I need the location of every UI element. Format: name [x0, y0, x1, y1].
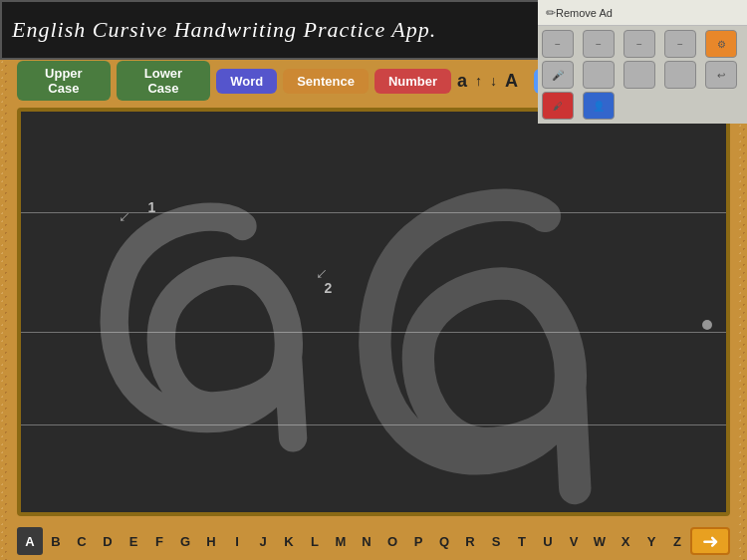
alphabet-letter-g[interactable]: G	[172, 527, 198, 555]
chalkboard[interactable]: 1 2 ↑ ↑	[17, 108, 730, 516]
alphabet-letter-r[interactable]: R	[457, 527, 483, 555]
case-down-arrow: ↓	[490, 73, 497, 89]
case-a-lower: a	[457, 71, 467, 92]
stroke-1-label: 1	[147, 199, 155, 215]
dot-indicator	[702, 320, 712, 330]
alphabet-letter-f[interactable]: F	[146, 527, 172, 555]
icon-btn6[interactable]	[583, 61, 615, 89]
icon-minus-3[interactable]: −	[623, 30, 655, 58]
alphabet-letters: ABCDEFGHIJKLMNOPQRSTUVWXYZ	[17, 527, 690, 555]
alphabet-letter-j[interactable]: J	[250, 527, 276, 555]
case-up-arrow: ↑	[475, 73, 482, 89]
icon-btn8[interactable]	[664, 61, 696, 89]
remove-ad-bar: ✏ Remove Ad	[538, 0, 747, 26]
remove-ad-button[interactable]: Remove Ad	[556, 7, 613, 19]
chalkboard-wrapper: 1 2 ↑ ↑	[9, 102, 738, 522]
number-button[interactable]: Number	[374, 69, 451, 94]
alphabet-letter-s[interactable]: S	[483, 527, 509, 555]
cork-left	[0, 60, 9, 560]
icon-settings[interactable]: ⚙	[705, 30, 737, 58]
alphabet-letter-o[interactable]: O	[379, 527, 405, 555]
alphabet-letter-n[interactable]: N	[354, 527, 379, 555]
icon-minus-1[interactable]: −	[542, 30, 574, 58]
alphabet-letter-c[interactable]: C	[69, 527, 95, 555]
alphabet-letter-a[interactable]: A	[17, 527, 43, 555]
case-A-upper: A	[505, 71, 518, 92]
alphabet-letter-w[interactable]: W	[587, 527, 613, 555]
alphabet-letter-m[interactable]: M	[328, 527, 354, 555]
center-content: Upper Case Lower Case Word Sentence Numb…	[9, 60, 738, 560]
upper-case-button[interactable]: Upper Case	[17, 61, 111, 101]
alphabet-letter-h[interactable]: H	[198, 527, 224, 555]
alphabet-bar: ABCDEFGHIJKLMNOPQRSTUVWXYZ ➜	[9, 522, 738, 560]
cork-right	[738, 60, 747, 560]
main-wrapper: Upper Case Lower Case Word Sentence Numb…	[0, 60, 747, 560]
alphabet-letter-y[interactable]: Y	[638, 527, 664, 555]
sentence-button[interactable]: Sentence	[283, 69, 369, 94]
alphabet-letter-u[interactable]: U	[535, 527, 561, 555]
chalk-line-bot	[21, 424, 726, 425]
alphabet-letter-z[interactable]: Z	[664, 527, 690, 555]
stroke-2-label: 2	[324, 280, 332, 296]
alphabet-letter-q[interactable]: Q	[431, 527, 457, 555]
word-button[interactable]: Word	[216, 69, 277, 94]
alphabet-letter-t[interactable]: T	[509, 527, 535, 555]
alphabet-letter-x[interactable]: X	[613, 527, 638, 555]
alphabet-letter-p[interactable]: P	[405, 527, 431, 555]
alphabet-letter-i[interactable]: I	[224, 527, 250, 555]
icon-back[interactable]: ↩	[705, 61, 737, 89]
case-controls: a ↑ ↓ A	[457, 71, 518, 92]
chalk-line-mid	[21, 332, 726, 333]
alphabet-letter-v[interactable]: V	[561, 527, 587, 555]
icon-btn7[interactable]	[623, 61, 655, 89]
icon-person[interactable]: 👤	[583, 92, 615, 120]
alphabet-letter-d[interactable]: D	[95, 527, 121, 555]
alphabet-letter-l[interactable]: L	[302, 527, 328, 555]
cursive-letters-svg	[21, 112, 726, 512]
icon-minus-2[interactable]: −	[583, 30, 615, 58]
alphabet-letter-k[interactable]: K	[276, 527, 302, 555]
pencil-icon: ✏	[546, 6, 556, 20]
alphabet-letter-b[interactable]: B	[43, 527, 69, 555]
lower-case-button[interactable]: Lower Case	[117, 61, 210, 101]
icon-minus-4[interactable]: −	[664, 30, 696, 58]
app-title: English Cursive Handwriting Practice App…	[12, 17, 436, 43]
icon-paint[interactable]: 🖌	[542, 92, 574, 120]
next-arrow-button[interactable]: ➜	[690, 527, 730, 555]
icon-grid: − − − − ⚙ 🎤 ↩ 🖌 👤	[538, 26, 747, 124]
icon-mic[interactable]: 🎤	[542, 61, 574, 89]
alphabet-letter-e[interactable]: E	[121, 527, 146, 555]
